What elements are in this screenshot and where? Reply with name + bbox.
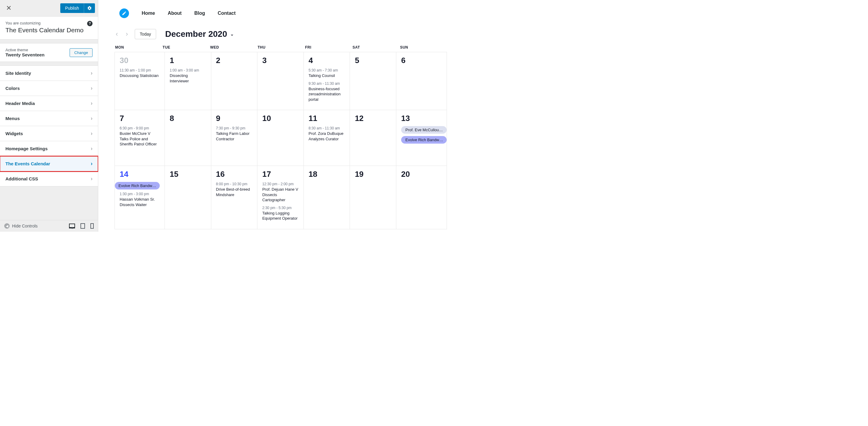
day-number: 2	[216, 56, 253, 65]
dow-label: FRI	[304, 45, 352, 50]
sidebar-item-homepage-settings[interactable]: Homepage Settings›	[0, 141, 98, 156]
multi-day-event-pill[interactable]: Evolve Rich Bandw…	[115, 182, 160, 190]
device-preview-icons	[69, 223, 94, 229]
day-number: 15	[170, 170, 206, 179]
day-number: 14	[120, 170, 160, 179]
dow-label: MON	[115, 45, 162, 50]
calendar-day[interactable]: 3011:30 am - 1:00 pmDiscussing Statistic…	[115, 52, 165, 110]
device-desktop-icon[interactable]	[69, 224, 75, 228]
sidebar-item-header-media[interactable]: Header Media›	[0, 96, 98, 111]
publish-button[interactable]: Publish	[60, 3, 84, 13]
calendar-day[interactable]: 1712:30 pm - 2:00 pmProf. Dejuan Hane V …	[257, 166, 304, 229]
calendar-event[interactable]: 8:30 am - 11:30 amProf. Zora DuBuque Ana…	[309, 126, 345, 142]
customizing-info: You are customizing The Events Calendar …	[0, 17, 98, 39]
publish-group: Publish	[60, 3, 95, 13]
event-time: 8:30 am - 11:30 am	[309, 126, 345, 130]
calendar-day[interactable]: 97:30 pm - 9:30 pmTalking Farm Labor Con…	[211, 110, 258, 166]
calendar-title[interactable]: December 2020 ⌄	[165, 29, 234, 39]
close-icon[interactable]: ✕	[3, 2, 14, 14]
sidebar-item-site-identity[interactable]: Site Identity›	[0, 66, 98, 81]
calendar-day[interactable]: 11:00 am - 3:00 amDissecting Interviewer	[165, 52, 211, 110]
calendar-event[interactable]: 12:30 pm - 2:00 pmProf. Dejuan Hane V Di…	[262, 182, 299, 203]
nav-link-about[interactable]: About	[167, 10, 181, 16]
nav-link-blog[interactable]: Blog	[194, 10, 205, 16]
site-logo[interactable]	[119, 8, 129, 18]
device-mobile-icon[interactable]	[90, 223, 94, 229]
menu-item-label: The Events Calendar	[5, 161, 50, 166]
multi-day-event-pill[interactable]: Evolve Rich Bandw…	[401, 136, 447, 144]
event-time: 11:30 am - 1:00 pm	[120, 68, 160, 73]
day-number: 20	[401, 170, 442, 179]
device-tablet-icon[interactable]	[81, 223, 85, 229]
customizer-menu: Site Identity›Colors›Header Media›Menus›…	[0, 65, 98, 187]
chevron-right-icon: ›	[91, 70, 93, 76]
prev-month-button[interactable]: ‹	[115, 30, 119, 38]
site-nav: HomeAboutBlogContact	[98, 0, 463, 25]
sidebar-item-colors[interactable]: Colors›	[0, 81, 98, 96]
calendar-event[interactable]: 11:30 am - 1:00 pmDiscussing Statisticia…	[120, 68, 160, 79]
calendar-event[interactable]: 2:30 pm - 5:30 pmTalking Logging Equipme…	[262, 206, 299, 221]
day-number: 17	[262, 170, 299, 179]
customizer-sidebar: ✕ Publish You are customizing The Events…	[0, 0, 98, 232]
hide-controls-button[interactable]: ◀ Hide Controls	[4, 223, 38, 229]
multi-day-event-pill[interactable]: Prof. Eve McCullou…	[401, 126, 447, 134]
day-number: 13	[401, 114, 442, 123]
calendar-event[interactable]: 5:30 am - 7:30 amTalking Counsil	[309, 68, 345, 79]
dow-label: SUN	[399, 45, 447, 50]
sidebar-item-widgets[interactable]: Widgets›	[0, 126, 98, 141]
publish-settings-button[interactable]	[84, 3, 95, 13]
day-number: 5	[355, 56, 391, 65]
day-number: 9	[216, 114, 253, 123]
calendar-day[interactable]: 2	[211, 52, 258, 110]
calendar-day[interactable]: 20	[396, 166, 447, 229]
calendar-day[interactable]: 168:00 pm - 10:30 pmDrive Best-of-breed …	[211, 166, 258, 229]
today-button[interactable]: Today	[135, 29, 156, 39]
event-time: 7:30 pm - 9:30 pm	[216, 126, 253, 130]
chevron-right-icon: ›	[91, 100, 93, 107]
dow-label: WED	[210, 45, 257, 50]
calendar-day[interactable]: 6	[396, 52, 447, 110]
menu-item-label: Homepage Settings	[5, 146, 48, 151]
calendar-event[interactable]: 1:30 pm - 3:00 pmHassan Volkman Sr. Diss…	[120, 192, 160, 207]
event-time: 5:30 am - 7:30 am	[309, 68, 345, 73]
calendar-day[interactable]: 45:30 am - 7:30 amTalking Counsil9:30 am…	[304, 52, 350, 110]
day-number: 4	[309, 56, 345, 65]
nav-link-home[interactable]: Home	[142, 10, 155, 16]
calendar-day[interactable]: 15	[165, 166, 211, 229]
chevron-right-icon: ›	[91, 176, 93, 182]
event-time: 8:00 pm - 10:30 pm	[216, 182, 253, 186]
event-title: Talking Farm Labor Contractor	[216, 131, 253, 142]
nav-link-contact[interactable]: Contact	[218, 10, 236, 16]
calendar-day[interactable]: 76:30 pm - 9:00 pmBuster McClure V Talks…	[115, 110, 165, 166]
calendar-day[interactable]: 12	[350, 110, 396, 166]
change-theme-button[interactable]: Change	[70, 48, 93, 57]
event-time: 1:30 pm - 3:00 pm	[120, 192, 160, 196]
calendar-day[interactable]: 118:30 am - 11:30 amProf. Zora DuBuque A…	[304, 110, 350, 166]
help-icon[interactable]: ?	[87, 21, 93, 26]
sidebar-item-the-events-calendar[interactable]: The Events Calendar›	[0, 156, 98, 171]
calendar-day[interactable]: 5	[350, 52, 396, 110]
calendar-event[interactable]: 9:30 am - 11:30 amBusiness-focused zeroa…	[309, 82, 345, 102]
calendar-event[interactable]: 6:30 pm - 9:00 pmBuster McClure V Talks …	[120, 126, 160, 147]
event-title: Prof. Dejuan Hane V Dissects Cartographe…	[262, 187, 299, 203]
day-number: 16	[216, 170, 253, 179]
calendar-event[interactable]: 7:30 pm - 9:30 pmTalking Farm Labor Cont…	[216, 126, 253, 142]
calendar-event[interactable]: 1:00 am - 3:00 amDissecting Interviewer	[170, 68, 206, 84]
next-month-button[interactable]: ›	[124, 30, 129, 38]
calendar-day[interactable]: 19	[350, 166, 396, 229]
calendar-event[interactable]: 8:00 pm - 10:30 pmDrive Best-of-breed Mi…	[216, 182, 253, 197]
event-title: Prof. Zora DuBuque Analyzes Curator	[309, 131, 345, 142]
sidebar-item-menus[interactable]: Menus›	[0, 111, 98, 126]
sidebar-item-additional-css[interactable]: Additional CSS›	[0, 171, 98, 187]
calendar-day[interactable]: 3	[257, 52, 304, 110]
site-title: The Events Calendar Demo	[5, 27, 93, 34]
calendar-day[interactable]: 13Prof. Eve McCullou…Evolve Rich Bandw…	[396, 110, 447, 166]
calendar-day[interactable]: 10	[257, 110, 304, 166]
event-title: Discussing Statistician	[120, 73, 160, 79]
calendar-day[interactable]: 8	[165, 110, 211, 166]
calendar-day[interactable]: 14Evolve Rich Bandw…1:30 pm - 3:00 pmHas…	[115, 166, 165, 229]
day-number: 30	[120, 56, 160, 65]
event-title: Hassan Volkman Sr. Dissects Waiter	[120, 197, 160, 207]
chevron-right-icon: ›	[91, 115, 93, 121]
calendar-day[interactable]: 18	[304, 166, 350, 229]
